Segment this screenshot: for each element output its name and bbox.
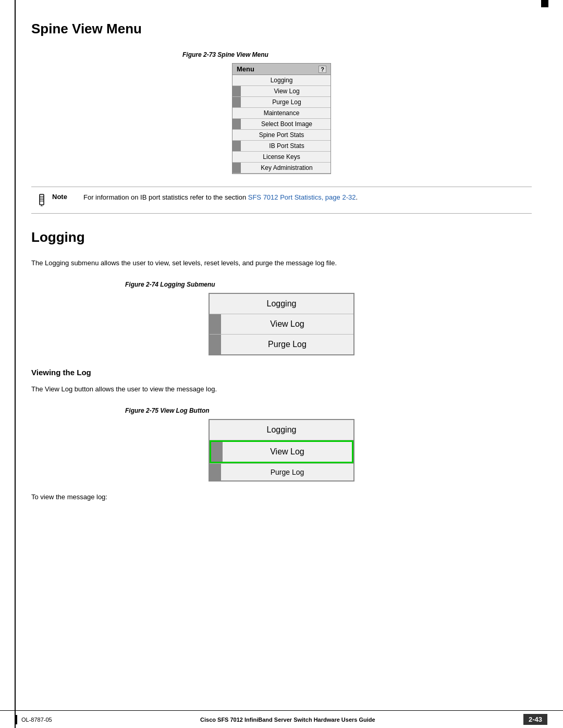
figure-74-caption: Figure 2-74 Logging Submenu <box>125 281 215 288</box>
menu-header-label: Menu <box>237 65 254 73</box>
indent-bar <box>232 141 241 151</box>
menu-item-maintenance[interactable]: Maintenance <box>232 108 331 119</box>
submenu-item-view-log[interactable]: View Log <box>210 314 353 335</box>
section-title-spine: Spine View Menu <box>31 21 532 39</box>
note-pencil-icon <box>31 192 52 208</box>
viewing-the-log-body: The View Log button allows the user to v… <box>31 384 532 395</box>
footer-doc-number: OL-8787-05 <box>21 717 52 723</box>
menu-question-mark[interactable]: ? <box>319 66 326 73</box>
logging-submenu-box: Logging View Log Purge Log <box>209 293 354 355</box>
menu-item-key-administration[interactable]: Key Administration <box>232 163 331 174</box>
menu-item-select-boot-image[interactable]: Select Boot Image <box>232 119 331 130</box>
menu-item-purge-log-text: Purge Log <box>243 97 331 107</box>
indent-bar <box>232 119 241 129</box>
section-title-logging: Logging <box>31 229 532 248</box>
note-label: Note <box>52 192 78 201</box>
viewlog-item-view-log-text: View Log <box>223 442 352 462</box>
submenu-indent-bar <box>210 335 221 354</box>
view-log-button-box: Logging View Log Purge Log <box>209 419 354 482</box>
menu-item-view-log[interactable]: View Log <box>232 86 331 97</box>
indent-bar <box>232 86 241 96</box>
figure-73-caption: Figure 2-73 Spine View Menu <box>182 51 268 58</box>
menu-item-select-boot-image-text: Select Boot Image <box>243 119 331 129</box>
figure-74-container: Figure 2-74 Logging Submenu Logging View… <box>31 279 532 355</box>
note-link[interactable]: SFS 7012 Port Statistics, page 2-32 <box>248 193 356 201</box>
indent-bar <box>232 97 241 107</box>
spine-menu-box: Menu ? Logging View Log Purge Log Mainte… <box>232 63 331 174</box>
logging-body-text: The Logging submenu allows the user to v… <box>31 258 532 269</box>
to-view-text: To view the message log: <box>31 492 532 503</box>
indent-bar <box>232 163 241 173</box>
menu-item-ib-port-stats-text: IB Port Stats <box>243 141 331 151</box>
menu-item-purge-log[interactable]: Purge Log <box>232 97 331 108</box>
figure-73-container: Figure 2-73 Spine View Menu Menu ? Loggi… <box>31 50 532 174</box>
note-box: Note For information on IB port statisti… <box>31 187 532 214</box>
menu-header: Menu ? <box>232 64 331 75</box>
menu-item-logging[interactable]: Logging <box>232 75 331 86</box>
menu-item-license-keys[interactable]: License Keys <box>232 152 331 163</box>
figure-75-container: Figure 2-75 View Log Button Logging View… <box>31 405 532 482</box>
viewlog-item-purge-log-text: Purge Log <box>221 464 353 480</box>
viewlog-item-logging[interactable]: Logging <box>210 420 353 440</box>
menu-item-spine-port-stats[interactable]: Spine Port Stats <box>232 130 331 141</box>
footer-page-number: 2-43 <box>523 714 547 725</box>
footer-left: OL-8787-05 <box>16 715 52 724</box>
submenu-item-purge-log-text: Purge Log <box>221 335 353 354</box>
page-border-left <box>15 0 16 728</box>
viewing-the-log-heading: Viewing the Log <box>31 368 532 377</box>
page-footer: OL-8787-05 Cisco SFS 7012 InfiniBand Ser… <box>0 710 563 728</box>
viewlog-indent-bar <box>211 442 223 462</box>
menu-item-key-administration-text: Key Administration <box>243 163 331 173</box>
submenu-item-view-log-text: View Log <box>221 314 353 334</box>
menu-item-view-log-text: View Log <box>243 86 331 96</box>
viewlog-item-purge-log[interactable]: Purge Log <box>210 463 353 480</box>
menu-item-ib-port-stats[interactable]: IB Port Stats <box>232 141 331 152</box>
logging-section: Logging The Logging submenu allows the u… <box>31 229 532 502</box>
page-corner-mark <box>541 0 548 7</box>
footer-border-mark <box>16 715 17 724</box>
footer-right: 2-43 <box>523 714 547 725</box>
submenu-indent-bar <box>210 314 221 334</box>
submenu-item-logging[interactable]: Logging <box>210 294 353 314</box>
viewlog-item-view-log-selected[interactable]: View Log <box>210 440 353 463</box>
figure-75-caption: Figure 2-75 View Log Button <box>125 407 210 414</box>
footer-title: Cisco SFS 7012 InfiniBand Server Switch … <box>200 717 375 723</box>
viewlog-indent-bar <box>210 464 221 480</box>
submenu-item-purge-log[interactable]: Purge Log <box>210 335 353 354</box>
note-text: For information on IB port statistics re… <box>83 192 358 203</box>
